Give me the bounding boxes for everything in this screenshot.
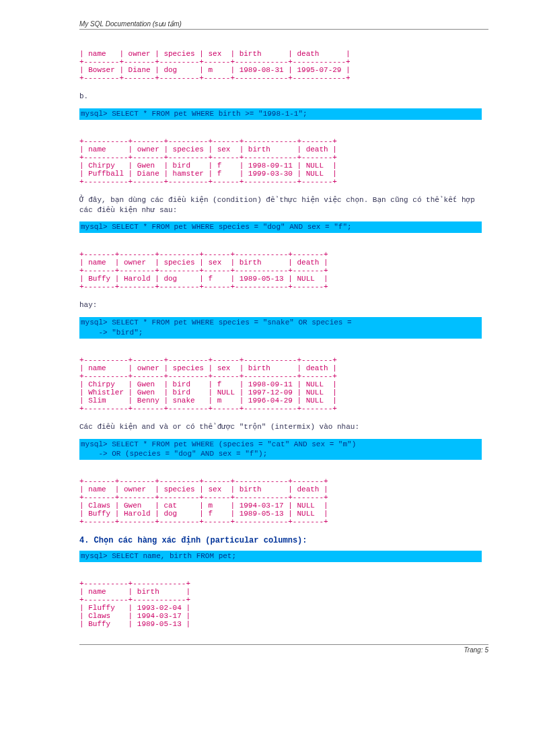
page-footer: Trang: 5 [79, 644, 488, 654]
table-row: | Claws | Gwen | cat | m | 1994-03-17 | … [79, 502, 328, 510]
table-row: +-------+--------+---------+------+-----… [79, 267, 328, 275]
sql-query-1: mysql> SELECT * FROM pet WHERE birth >= … [79, 108, 482, 120]
table-row: +-------+--------+---------+------+-----… [79, 477, 328, 485]
table-row: | name | owner | species | sex | birth |… [79, 485, 328, 493]
table-row: | Claws | 1994-03-17 | [79, 612, 190, 620]
table-row: +-------+--------+---------+------+-----… [79, 518, 328, 526]
table-row: +-------+--------+---------+------+-----… [79, 283, 328, 291]
sql-line: mysql> SELECT * FROM pet WHERE (species … [81, 440, 356, 448]
table-row: | name | owner | species | sex | birth |… [79, 364, 337, 372]
table-row: | name | owner | species | sex | birth |… [79, 145, 337, 153]
result-table-5: +-------+--------+---------+------+-----… [79, 469, 488, 526]
table-row: +--------+-------+---------+------+-----… [79, 74, 351, 82]
table-row: | name | owner | species | sex | birth |… [79, 50, 351, 58]
paragraph-1: Ở đây, bạn dùng các điều kiện (condition… [79, 195, 488, 215]
page-header: My SQL Documentation (sưu tầm) [79, 20, 488, 30]
table-row: +----------+-------+---------+------+---… [79, 153, 337, 162]
table-row: | Buffy | Harold | dog | f | 1989-05-13 … [79, 275, 328, 283]
result-table-2: +----------+-------+---------+------+---… [79, 129, 488, 186]
sql-query-5: mysql> SELECT name, birth FROM pet; [79, 551, 482, 562]
label-hay: hay: [79, 300, 488, 310]
table-row: +----------+------------+ [79, 596, 190, 604]
table-row: +-------+--------+---------+------+-----… [79, 250, 328, 259]
table-row: | Buffy | 1989-05-13 | [79, 620, 190, 628]
table-row: | Slim | Benny | snake | m | 1996-04-29 … [79, 397, 337, 405]
page: My SQL Documentation (sưu tầm) | name | … [0, 0, 549, 674]
section-heading-4: 4. Chọn các hàng xác định (particular co… [79, 535, 488, 545]
result-table-3: +-------+--------+---------+------+-----… [79, 242, 488, 291]
table-row: | name | owner | species | sex | birth |… [79, 259, 328, 267]
sql-line: mysql> SELECT * FROM pet WHERE species =… [81, 318, 352, 327]
table-row: | Puffball | Diane | hamster | f | 1999-… [79, 170, 337, 178]
result-table-6: +----------+------------+ | name | birth… [79, 572, 488, 628]
sql-query-4: mysql> SELECT * FROM pet WHERE (species … [79, 439, 482, 460]
table-row: | Chirpy | Gwen | bird | f | 1998-09-11 … [79, 162, 337, 170]
table-row: +-------+--------+---------+------+-----… [79, 493, 328, 502]
table-row: +----------+-------+---------+------+---… [79, 178, 337, 186]
table-row: +--------+-------+---------+------+-----… [79, 58, 351, 66]
sql-line: -> OR (species = "dog" AND sex = "f"); [81, 450, 267, 458]
table-row: | Buffy | Harold | dog | f | 1989-05-13 … [79, 510, 328, 518]
table-row: +----------+-------+---------+------+---… [79, 137, 337, 145]
table-row: | Fluffy | 1993-02-04 | [79, 604, 190, 612]
result-table-4: +----------+-------+---------+------+---… [79, 348, 488, 413]
result-table-1: | name | owner | species | sex | birth |… [79, 42, 488, 82]
table-row: | Bowser | Diane | dog | m | 1989-08-31 … [79, 66, 351, 74]
sql-query-2: mysql> SELECT * FROM pet WHERE species =… [79, 221, 482, 233]
label-b: b. [79, 92, 488, 102]
table-row: +----------+------------+ [79, 580, 190, 588]
table-row: +----------+-------+---------+------+---… [79, 405, 337, 413]
table-row: | name | birth | [79, 588, 190, 596]
paragraph-2: Các điều kiện and và or có thể được "trộ… [79, 422, 488, 432]
table-row: +----------+-------+---------+------+---… [79, 372, 337, 380]
table-row: +----------+-------+---------+------+---… [79, 356, 337, 364]
table-row: | Chirpy | Gwen | bird | f | 1998-09-11 … [79, 380, 337, 388]
table-row: | Whistler | Gwen | bird | NULL | 1997-1… [79, 388, 337, 397]
sql-line: -> "bird"; [81, 329, 143, 337]
sql-query-3: mysql> SELECT * FROM pet WHERE species =… [79, 317, 482, 339]
